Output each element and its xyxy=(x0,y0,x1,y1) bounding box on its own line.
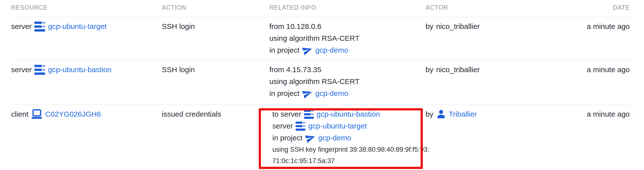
table-row: client C02YG026JGH6 issued credentials t… xyxy=(11,105,631,166)
related-line: using algorithm RSA-CERT xyxy=(269,77,360,86)
actor-cell: by nico_triballier xyxy=(426,17,532,60)
resource-link[interactable]: gcp-ubuntu-bastion xyxy=(48,66,112,74)
resource-cell: client C02YG026JGH6 xyxy=(11,105,162,166)
paper-plane-icon[interactable] xyxy=(302,45,312,55)
column-header-actor: ACTOR xyxy=(426,0,532,17)
laptop-icon[interactable] xyxy=(31,108,42,120)
date-cell: a minute ago xyxy=(532,60,630,104)
action-label: SSH login xyxy=(162,22,195,31)
column-header-action: ACTION xyxy=(162,0,269,17)
related-line-prefix: in project xyxy=(269,89,300,98)
action-label: issued credentials xyxy=(162,110,221,118)
project-link[interactable]: gcp-demo xyxy=(315,46,348,54)
related-line-prefix: in project xyxy=(269,46,300,54)
resource-kind-label: client xyxy=(11,110,28,118)
date-cell: a minute ago xyxy=(532,17,630,60)
actor-prefix: by xyxy=(426,22,434,31)
actor-cell: by Triballier xyxy=(426,105,532,166)
server-icon[interactable] xyxy=(304,110,314,119)
column-header-resource: RESOURCE xyxy=(11,0,162,17)
related-line-prefix: in project xyxy=(272,134,302,142)
date-cell: a minute ago xyxy=(532,105,630,166)
project-link[interactable]: gcp-demo xyxy=(318,134,351,142)
resource-cell: server gcp-ubuntu-target xyxy=(11,17,162,60)
related-info-cell: from 4.15.73.35 using algorithm RSA-CERT… xyxy=(269,60,426,104)
person-icon[interactable] xyxy=(436,109,446,119)
paper-plane-icon[interactable] xyxy=(302,88,312,98)
date-label: a minute ago xyxy=(587,66,630,74)
related-info-cell: from 10.128.0.6 using algorithm RSA-CERT… xyxy=(269,17,426,60)
action-cell: issued credentials xyxy=(162,105,269,166)
ssh-fingerprint-line: 71:0c:1c:95:17:5a:37 xyxy=(272,155,426,166)
related-line: using algorithm RSA-CERT xyxy=(269,34,360,42)
table-header-row: RESOURCE ACTION RELATED INFO ACTOR DATE xyxy=(11,0,631,17)
actor-prefix: by xyxy=(426,66,434,74)
date-label: a minute ago xyxy=(587,22,630,31)
audit-log-panel: RESOURCE ACTION RELATED INFO ACTOR DATE … xyxy=(0,0,644,170)
table-row: server gcp-ubuntu-bastion SSH login from… xyxy=(11,60,631,105)
server-icon[interactable] xyxy=(34,65,45,75)
actor-cell: by nico_triballier xyxy=(426,60,532,104)
related-line-prefix: server xyxy=(272,122,293,130)
resource-kind-label: server xyxy=(11,22,32,31)
actor-name: nico_triballier xyxy=(436,22,480,31)
resource-link[interactable]: gcp-ubuntu-target xyxy=(48,22,106,31)
actor-prefix: by xyxy=(426,110,434,118)
actor-name: nico_triballier xyxy=(436,66,480,74)
resource-kind-label: server xyxy=(11,66,32,74)
server-link[interactable]: gcp-ubuntu-bastion xyxy=(316,110,380,118)
related-line: from 4.15.73.35 xyxy=(269,66,321,74)
related-line: from 10.128.0.6 xyxy=(269,22,321,31)
project-link[interactable]: gcp-demo xyxy=(315,89,348,98)
ssh-fingerprint-line: using SSH key fingerprint 39:38:80:98:40… xyxy=(272,144,426,155)
paper-plane-icon[interactable] xyxy=(305,133,316,143)
table-row: server gcp-ubuntu-target SSH login from … xyxy=(11,17,631,60)
resource-cell: server gcp-ubuntu-bastion xyxy=(11,60,162,104)
actor-link[interactable]: Triballier xyxy=(449,110,477,118)
action-cell: SSH login xyxy=(162,17,269,60)
related-info-cell: to server gcp-ubuntu-bastion server gcp-… xyxy=(269,105,426,166)
action-label: SSH login xyxy=(162,66,195,74)
server-icon[interactable] xyxy=(34,22,45,32)
related-line-prefix: to server xyxy=(272,110,301,118)
column-header-related-info: RELATED INFO xyxy=(269,0,426,17)
server-icon[interactable] xyxy=(296,122,306,131)
column-header-date: DATE xyxy=(532,0,630,17)
action-cell: SSH login xyxy=(162,60,269,104)
audit-log-table: RESOURCE ACTION RELATED INFO ACTOR DATE … xyxy=(0,0,644,166)
resource-link[interactable]: C02YG026JGH6 xyxy=(45,110,101,118)
date-label: a minute ago xyxy=(587,110,630,118)
server-link[interactable]: gcp-ubuntu-target xyxy=(308,122,367,130)
